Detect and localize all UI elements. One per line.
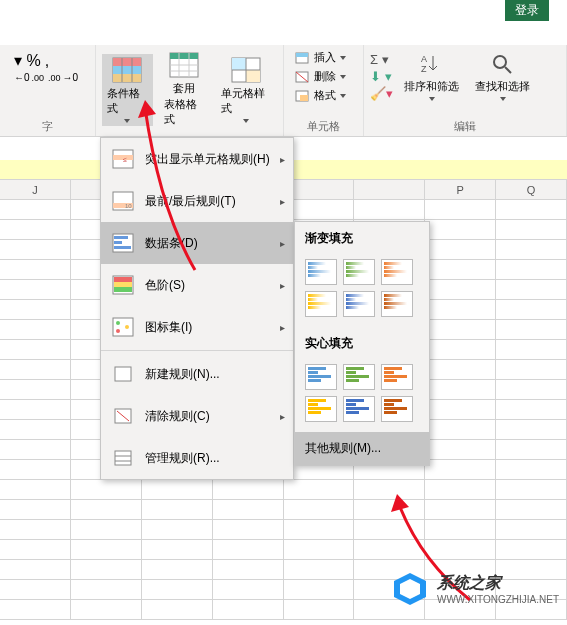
svg-rect-45 <box>115 367 131 381</box>
svg-rect-48 <box>115 451 131 465</box>
svg-line-26 <box>505 67 511 73</box>
menu-icon-sets[interactable]: 图标集(I)▸ <box>101 306 293 348</box>
watermark: 系统之家 WWW.XITONGZHIJIA.NET <box>389 571 559 607</box>
sort-filter-icon: AZ <box>419 52 445 76</box>
login-button[interactable]: 登录 <box>505 0 549 21</box>
databar-swatch[interactable] <box>381 396 413 422</box>
databar-swatch[interactable] <box>343 396 375 422</box>
table-format-icon <box>169 52 199 78</box>
find-select-button[interactable]: 查找和选择 <box>470 49 535 104</box>
databar-swatch[interactable] <box>381 364 413 390</box>
increase-decimal[interactable]: ←0.00 <box>14 72 44 83</box>
menu-manage-rules[interactable]: 管理规则(R)... <box>101 437 293 479</box>
menu-clear-rules[interactable]: 清除规则(C)▸ <box>101 395 293 437</box>
svg-rect-41 <box>113 318 133 336</box>
svg-rect-1 <box>113 58 141 66</box>
cell-style-label: 单元格样式 <box>221 86 272 116</box>
svg-rect-22 <box>300 95 308 101</box>
delete-button[interactable]: 删除 <box>290 68 357 85</box>
svg-rect-3 <box>113 74 141 82</box>
format-button[interactable]: 格式 <box>290 87 357 104</box>
svg-rect-13 <box>232 58 246 70</box>
databar-swatch[interactable] <box>305 259 337 285</box>
watermark-logo-icon <box>389 571 431 607</box>
data-bars-submenu: 渐变填充 实心填充 其他规则(M)... <box>294 221 430 466</box>
col-header[interactable]: J <box>0 180 71 199</box>
svg-rect-40 <box>114 287 132 292</box>
fill-button[interactable]: ⬇ ▾ <box>370 69 393 84</box>
svg-rect-7 <box>170 53 198 59</box>
decrease-decimal[interactable]: .00→0 <box>48 72 78 83</box>
insert-button[interactable]: 插入 <box>290 49 357 66</box>
col-header[interactable]: Q <box>496 180 567 199</box>
svg-rect-18 <box>296 53 308 57</box>
gradient-fill-header: 渐变填充 <box>295 222 429 255</box>
svg-point-25 <box>494 56 506 68</box>
svg-point-43 <box>116 329 120 333</box>
col-header[interactable] <box>284 180 355 199</box>
accounting-dropdown[interactable]: ▾ % <box>14 51 41 70</box>
annotation-arrow-1 <box>120 90 220 280</box>
databar-swatch[interactable] <box>381 291 413 317</box>
svg-point-42 <box>116 321 120 325</box>
clear-button[interactable]: 🧹▾ <box>370 86 393 101</box>
solid-fill-header: 实心填充 <box>295 327 429 360</box>
svg-point-44 <box>125 325 129 329</box>
svg-text:A: A <box>421 54 427 64</box>
databar-swatch[interactable] <box>343 364 375 390</box>
databar-swatch[interactable] <box>343 291 375 317</box>
cell-style-button[interactable]: 单元格样式 <box>216 54 277 126</box>
cell-style-icon <box>231 57 261 83</box>
svg-rect-14 <box>246 70 260 82</box>
databar-swatch[interactable] <box>305 364 337 390</box>
col-header[interactable] <box>354 180 425 199</box>
comma-style[interactable]: , <box>45 52 49 70</box>
autosum-button[interactable]: Σ ▾ <box>370 52 393 67</box>
svg-rect-39 <box>114 282 132 287</box>
col-header[interactable]: P <box>425 180 496 199</box>
menu-new-rule[interactable]: 新建规则(N)... <box>101 353 293 395</box>
edit-group-label: 编辑 <box>370 117 560 136</box>
databar-swatch[interactable] <box>381 259 413 285</box>
number-group-label: 字 <box>6 117 89 136</box>
sort-filter-button[interactable]: AZ 排序和筛选 <box>399 49 464 104</box>
find-select-icon <box>490 52 516 76</box>
cells-group-label: 单元格 <box>290 117 357 136</box>
ribbon: ▾ % , ←0.00 .00→0 字 条件格式 套用 表格格式 <box>0 45 567 137</box>
databar-swatch[interactable] <box>305 396 337 422</box>
svg-rect-2 <box>113 66 141 74</box>
svg-text:Z: Z <box>421 64 427 74</box>
databar-swatch[interactable] <box>343 259 375 285</box>
conditional-format-icon <box>112 57 142 83</box>
more-rules-button[interactable]: 其他规则(M)... <box>295 432 429 465</box>
databar-swatch[interactable] <box>305 291 337 317</box>
